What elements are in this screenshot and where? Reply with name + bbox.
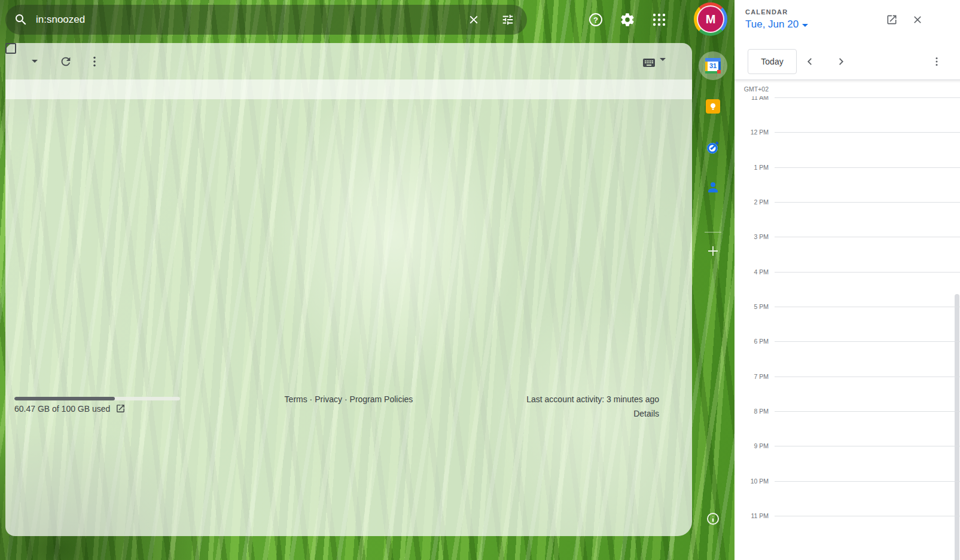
timezone-label: GMT+02 — [744, 85, 769, 93]
date-label: Tue, Jun 20 — [745, 19, 799, 30]
hour-row[interactable]: 2 PM — [735, 202, 960, 237]
hour-row[interactable]: 12 PM — [735, 132, 960, 167]
hour-row[interactable]: 5 PM — [735, 307, 960, 341]
rail-tasks-button[interactable] — [699, 133, 727, 162]
search-bar[interactable] — [5, 5, 527, 35]
google-keep-icon — [706, 99, 720, 114]
next-day-icon[interactable] — [834, 54, 849, 69]
hour-row[interactable]: 11 PM — [735, 516, 960, 550]
open-in-new-icon[interactable] — [886, 13, 900, 27]
mail-content-card: 60.47 GB of 100 GB used TermsPrivacyProg… — [5, 43, 692, 536]
google-tasks-icon — [705, 140, 721, 155]
google-contacts-icon — [706, 180, 720, 194]
help-glyph: ? — [593, 16, 598, 25]
manage-storage-open-icon[interactable] — [115, 403, 126, 414]
calendar-side-panel: CALENDAR Tue, Jun 20 Today GMT+02 11 AM … — [735, 0, 960, 560]
panel-title: CALENDAR — [745, 8, 788, 16]
panel-menu-icon[interactable] — [931, 54, 945, 69]
chevron-down-icon — [802, 24, 808, 27]
hour-gridline — [775, 446, 960, 446]
gmt-header: GMT+02 — [735, 80, 960, 96]
plus-icon — [706, 244, 720, 258]
hour-label: 9 PM — [754, 442, 769, 450]
hour-label: 12 PM — [751, 128, 769, 136]
rail-add-addons-button[interactable] — [699, 237, 727, 265]
search-options-icon[interactable] — [501, 13, 516, 27]
hour-label: 8 PM — [754, 407, 769, 415]
hour-gridline — [775, 167, 960, 168]
select-dropdown-icon[interactable] — [32, 60, 38, 63]
details-link[interactable]: Details — [633, 409, 659, 418]
hour-label: 1 PM — [754, 163, 769, 172]
hour-label: 5 PM — [754, 302, 769, 311]
hour-row[interactable]: 8 PM — [735, 411, 960, 446]
hour-label: 10 PM — [751, 477, 769, 485]
google-calendar-icon: 31 — [705, 58, 721, 74]
hour-gridline — [775, 411, 960, 412]
last-activity-text: Last account activity: 3 minutes ago — [526, 394, 659, 404]
hour-gridline — [775, 516, 960, 516]
account-avatar[interactable]: M — [694, 2, 727, 36]
calendar-icon-day: 31 — [705, 62, 721, 71]
rail-keep-button[interactable] — [699, 92, 727, 121]
rail-contacts-button[interactable] — [699, 173, 727, 201]
hour-gridline — [775, 272, 960, 273]
hour-gridline — [775, 341, 960, 342]
hour-gridline — [775, 307, 960, 307]
hour-gridline — [775, 132, 960, 133]
hour-gridline — [775, 377, 960, 377]
day-grid: GMT+02 11 AM 12 PM 1 PM 2 PM 3 PM 4 PM — [735, 80, 960, 560]
hour-gridline — [775, 202, 960, 203]
today-button[interactable]: Today — [748, 49, 797, 74]
empty-list-row — [5, 79, 692, 99]
hour-row[interactable]: 4 PM — [735, 272, 960, 307]
hour-row[interactable]: 10 PM — [735, 481, 960, 516]
hour-label: 2 PM — [754, 198, 769, 206]
hour-label: 4 PM — [754, 268, 769, 276]
rail-calendar-button[interactable]: 31 — [699, 51, 727, 80]
hour-row[interactable]: 9 PM — [735, 446, 960, 481]
previous-day-icon[interactable] — [803, 54, 818, 69]
clear-search-icon[interactable] — [467, 13, 481, 27]
help-button[interactable]: ? — [584, 8, 608, 32]
hour-gridline — [775, 97, 960, 98]
hour-row[interactable]: 7 PM — [735, 377, 960, 411]
gmail-app: { "header": { "search_value": "in:snooze… — [0, 0, 960, 560]
settings-gear-icon[interactable] — [615, 8, 639, 32]
footer-link[interactable]: Terms — [285, 394, 307, 404]
hour-row[interactable]: 11 AM — [735, 97, 960, 132]
hour-label: 11 PM — [751, 512, 769, 520]
search-input[interactable] — [36, 14, 467, 26]
footer-link[interactable]: Privacy — [307, 394, 342, 404]
input-tools-dropdown-icon[interactable] — [660, 61, 666, 70]
hour-gridline — [775, 237, 960, 237]
date-selector[interactable]: Tue, Jun 20 — [745, 19, 808, 30]
select-all-checkbox[interactable] — [5, 43, 16, 54]
hour-gridline — [775, 481, 960, 482]
hour-row[interactable]: 3 PM — [735, 237, 960, 271]
hour-label: 7 PM — [754, 372, 769, 381]
apps-grid-icon[interactable] — [647, 8, 671, 32]
hour-label: 6 PM — [754, 337, 769, 345]
close-icon[interactable] — [912, 13, 926, 27]
input-tools-keyboard-icon[interactable] — [642, 56, 656, 70]
avatar-initial: M — [697, 5, 724, 33]
hour-label: 3 PM — [754, 232, 769, 241]
hour-row[interactable]: 1 PM — [735, 167, 960, 202]
search-icon[interactable] — [14, 13, 28, 27]
rail-info-button[interactable] — [699, 504, 727, 533]
storage-text: 60.47 GB of 100 GB used — [14, 404, 110, 414]
hour-row[interactable]: 6 PM — [735, 341, 960, 376]
footer-link[interactable]: Program Policies — [342, 394, 413, 404]
rail-divider — [705, 232, 721, 232]
info-icon — [706, 512, 720, 526]
refresh-icon[interactable] — [59, 55, 72, 68]
hour-rows: 11 AM 12 PM 1 PM 2 PM 3 PM 4 PM 5 PM — [735, 97, 960, 550]
more-options-icon[interactable] — [88, 55, 101, 68]
